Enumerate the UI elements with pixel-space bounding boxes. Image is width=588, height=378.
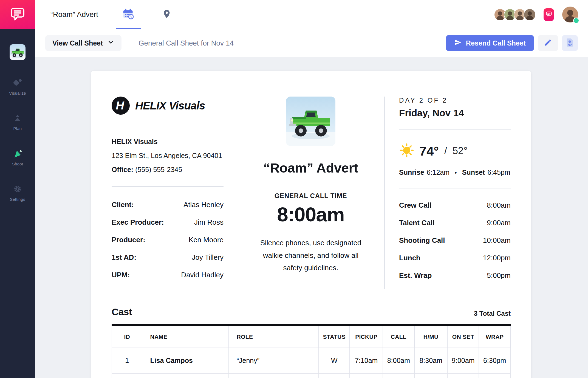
crew-value: Jim Ross — [194, 218, 224, 227]
sidebar-item-label: Visualize — [9, 91, 26, 95]
column-header-pickup: PICKUP — [350, 325, 383, 348]
office-phone: (555) 555-2345 — [135, 166, 182, 173]
crew-label: Producer: — [112, 236, 145, 244]
plan-icon — [12, 112, 23, 124]
schedule-time: 8:00am — [487, 201, 511, 210]
sidebar-item-visualize[interactable]: Visualize — [0, 77, 35, 95]
cast-status: SW — [319, 373, 350, 378]
top-bar: “Roam” Advert — [0, 0, 588, 29]
cast-total-count: 3 Total Cast — [474, 310, 511, 317]
view-call-sheet-dropdown[interactable]: View Call Sheet — [45, 35, 121, 51]
divider — [399, 129, 511, 130]
visualize-icon — [12, 77, 23, 89]
edit-call-sheet-button[interactable] — [538, 35, 558, 51]
column-header-hmu: H/MU — [414, 325, 448, 348]
cast-section-title: Cast — [112, 306, 132, 317]
cast-table-header-row: ID NAME ROLE STATUS PICKUP CALL H/MU ON … — [112, 325, 510, 348]
schedule-label: Crew Call — [399, 201, 432, 210]
cast-hmu: 9:00am — [414, 373, 448, 378]
sidebar-item-label: Plan — [13, 126, 22, 131]
content-area: H HELIX Visuals HELIX Visuals 123 Elm St… — [35, 57, 588, 378]
cast-table-row[interactable]: 1 Lisa Campos “Jenny” W 7:10am 8:00am 8:… — [112, 348, 510, 373]
crew-label: Exec Producer: — [112, 218, 164, 227]
divider — [399, 188, 511, 188]
cast-role: “Valerie” — [229, 373, 319, 378]
crew-label: Client: — [112, 201, 134, 209]
temperature-separator: / — [444, 145, 447, 157]
sidebar-item-label: Shoot — [12, 162, 23, 166]
day-schedule: Crew Call8:00am Talent Call9:00am Shooti… — [399, 201, 511, 280]
schedule-label: Lunch — [399, 254, 420, 262]
company-logo: H HELIX Visuals — [112, 97, 224, 115]
company-office: Office: (555) 555-2345 — [112, 166, 224, 174]
shoot-date: Friday, Nov 14 — [399, 108, 511, 119]
sidebar-item-shoot[interactable]: Shoot — [0, 148, 35, 166]
project-thumbnail[interactable] — [10, 44, 26, 60]
speech-bubble-icon — [10, 6, 26, 23]
cast-table: ID NAME ROLE STATUS PICKUP CALL H/MU ON … — [112, 324, 511, 378]
speech-bubble-icon — [546, 11, 552, 18]
temperature-high: 74° — [419, 143, 439, 159]
call-sheet-header-columns: H HELIX Visuals HELIX Visuals 123 Elm St… — [112, 97, 511, 289]
schedule-row: Lunch12:00pm — [399, 254, 511, 262]
tab-locations[interactable] — [154, 0, 179, 29]
company-address: 123 Elm St., Los Angeles, CA 90401 — [112, 152, 224, 160]
brand-chip-button[interactable] — [544, 8, 554, 21]
company-logo-text: HELIX Visuals — [135, 100, 205, 112]
call-sheet-toolbar: View Call Sheet General Call Sheet for N… — [35, 29, 588, 57]
temperature-low: 52° — [453, 145, 467, 157]
crew-value: Atlas Henley — [183, 201, 224, 209]
sunrise-time: 6:12am — [427, 168, 450, 176]
cast-id: 1 — [112, 348, 142, 373]
app-body: Visualize Plan Shoot — [0, 29, 588, 378]
crew-row: UPM:David Hadley — [112, 271, 224, 279]
cast-onset: 9:00am — [447, 348, 479, 373]
cast-name: Lisa Campos — [142, 348, 228, 373]
cast-onset: 9:15am — [447, 373, 479, 378]
crew-label: 1st AD: — [112, 253, 136, 262]
column-header-role: ROLE — [229, 325, 319, 348]
download-pdf-button[interactable]: PDF — [562, 35, 578, 51]
topbar-right-group — [494, 7, 578, 22]
cast-wrap: 6:30pm — [479, 348, 510, 373]
settings-icon — [12, 183, 23, 195]
profile-menu[interactable] — [562, 7, 578, 22]
column-header-status: STATUS — [319, 325, 350, 348]
resend-call-sheet-button[interactable]: Resend Call Sheet — [446, 35, 534, 51]
online-status-dot — [573, 18, 579, 24]
crew-value: David Hadley — [181, 271, 224, 279]
office-label: Office: — [112, 166, 133, 173]
schedule-label: Shooting Call — [399, 236, 445, 245]
day-details-column: DAY 2 OF 2 Friday, Nov 14 — [385, 97, 511, 289]
crew-value: Joy Tillery — [192, 253, 224, 262]
app-logo[interactable] — [0, 0, 35, 29]
location-pin-icon — [162, 9, 172, 20]
sidebar-item-plan[interactable]: Plan — [0, 112, 35, 131]
schedule-time: 5:00pm — [487, 271, 511, 280]
schedule-row: Crew Call8:00am — [399, 201, 511, 210]
call-sheet-project-title: “Roam” Advert — [248, 160, 373, 176]
cast-status: W — [319, 348, 350, 373]
sidebar-item-settings[interactable]: Settings — [0, 183, 35, 202]
column-header-call: CALL — [383, 325, 414, 348]
cast-hmu: 8:30am — [414, 348, 448, 373]
weather: 74° / 52° — [399, 143, 511, 159]
cast-table-row[interactable]: 2 Julian Merritt “Valerie” SW 7:30am 8:2… — [112, 373, 510, 378]
crew-row: Exec Producer:Jim Ross — [112, 218, 224, 227]
column-header-wrap: WRAP — [479, 325, 510, 348]
schedule-row: Est. Wrap5:00pm — [399, 271, 511, 280]
cast-pickup: 7:10am — [350, 348, 383, 373]
production-column: H HELIX Visuals HELIX Visuals 123 Elm St… — [112, 97, 237, 289]
sunset-time: 6:45pm — [487, 168, 510, 176]
toolbar-divider — [130, 35, 130, 51]
dot-separator: • — [455, 169, 457, 176]
tab-call-sheet[interactable] — [116, 0, 141, 29]
team-avatar[interactable] — [524, 9, 536, 21]
column-header-name: NAME — [142, 325, 228, 348]
company-monogram: H — [112, 97, 130, 115]
sunset-label: Sunset — [462, 168, 485, 176]
general-call-time: 8:00am — [248, 203, 373, 226]
schedule-label: Est. Wrap — [399, 271, 432, 280]
schedule-row: Shooting Call10:00am — [399, 236, 511, 245]
sunrise-sunset: Sunrise 6:12am • Sunset 6:45pm — [399, 168, 511, 176]
